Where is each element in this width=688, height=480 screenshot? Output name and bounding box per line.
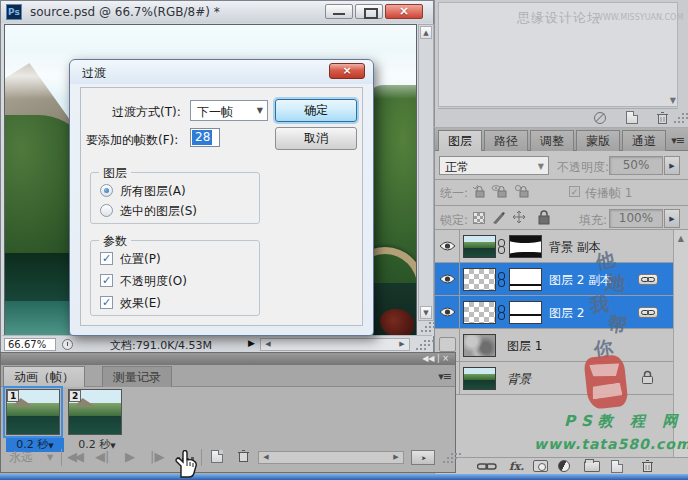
effects-checkbox[interactable]: ✓ xyxy=(100,296,113,309)
panel-menu-icon[interactable]: ▾≡ xyxy=(438,370,451,383)
eye-icon[interactable] xyxy=(439,306,456,318)
layer-mask-thumbnail[interactable] xyxy=(509,268,542,291)
fill-value-box[interactable]: 100% xyxy=(609,209,663,228)
scroll-down-button[interactable]: ▼ xyxy=(420,306,432,319)
animation-scrollbar[interactable]: ◀ ▶ xyxy=(258,451,404,464)
eye-icon[interactable] xyxy=(439,273,456,285)
panel-resize-grip[interactable] xyxy=(441,453,455,465)
minimize-button[interactable] xyxy=(325,4,353,19)
layer-thumbnail[interactable] xyxy=(463,268,496,291)
layer-thumbnail[interactable] xyxy=(463,334,496,357)
layer-thumbnail[interactable] xyxy=(463,235,496,258)
prohibit-icon[interactable] xyxy=(594,112,606,124)
play-button[interactable]: ▶ xyxy=(125,449,135,464)
mask-link-icon[interactable] xyxy=(497,238,506,255)
new-item-icon[interactable] xyxy=(626,111,638,124)
cancel-button[interactable]: 取消 xyxy=(275,127,357,150)
tab-layers[interactable]: 图层 xyxy=(438,130,482,151)
scroll-right-button[interactable]: ▶ xyxy=(390,452,402,463)
adjustment-layer-button[interactable] xyxy=(558,460,570,472)
layer-row-background[interactable]: 背景 xyxy=(435,362,673,395)
tab-masks[interactable]: 蒙版 xyxy=(576,130,620,151)
link-layers-button[interactable] xyxy=(477,462,497,471)
layer-row-layer1[interactable]: 图层 1 xyxy=(435,329,673,362)
layers-scrollbar[interactable] xyxy=(673,230,688,457)
maximize-button[interactable] xyxy=(355,4,383,19)
scroll-up-icon[interactable]: ▲ xyxy=(678,234,684,243)
layer-name[interactable]: 背景 副本 xyxy=(549,239,601,256)
opacity-label[interactable]: 不透明度(O) xyxy=(120,273,187,290)
mask-link-icon[interactable] xyxy=(497,304,506,321)
tab-animation-frames[interactable]: 动画（帧） xyxy=(3,366,85,387)
visibility-toggle[interactable] xyxy=(439,337,456,352)
status-menu-arrow[interactable]: ▶ xyxy=(248,338,255,348)
position-checkbox[interactable]: ✓ xyxy=(100,252,113,265)
lock-transparency-icon[interactable] xyxy=(473,212,485,224)
selected-layers-radio[interactable] xyxy=(100,204,113,217)
tab-channels[interactable]: 通道 xyxy=(622,130,666,151)
frames-to-add-input[interactable]: 28 xyxy=(190,128,220,147)
layer-row-bg-copy[interactable]: 背景 副本 xyxy=(435,230,673,263)
mask-link-icon[interactable] xyxy=(497,271,506,288)
layer-name[interactable]: 图层 1 xyxy=(507,338,542,355)
layer-name[interactable]: 图层 2 副本 xyxy=(549,272,612,289)
chevron-down-icon[interactable]: ▼ xyxy=(47,453,53,462)
first-frame-button[interactable]: ◀◀ xyxy=(67,449,81,464)
scroll-left-button[interactable]: ◀ xyxy=(260,452,272,463)
add-mask-button[interactable] xyxy=(533,460,548,472)
scroll-down-icon[interactable]: ▼ xyxy=(670,96,676,105)
blend-mode-dropdown[interactable]: 正常 ▼ xyxy=(439,156,549,175)
animation-frame-2[interactable]: 2 0.2 秒▼ xyxy=(68,389,126,452)
layer-mask-thumbnail[interactable] xyxy=(509,301,542,324)
scroll-right-button[interactable]: ▶ xyxy=(396,339,408,350)
opacity-value-box[interactable]: 50% xyxy=(609,156,663,175)
position-label[interactable]: 位置(P) xyxy=(120,251,161,268)
layer-row-layer2[interactable]: 图层 2 xyxy=(435,296,673,329)
tab-adjustments[interactable]: 调整 xyxy=(530,130,574,151)
next-frame-button[interactable]: |▶ xyxy=(150,449,164,464)
tween-with-dropdown[interactable]: 下一帧 ▼ xyxy=(190,100,268,121)
layer-name[interactable]: 背景 xyxy=(507,371,531,388)
scroll-up-button[interactable]: ▲ xyxy=(420,26,432,39)
opacity-checkbox[interactable]: ✓ xyxy=(100,274,113,287)
layer-mask-thumbnail[interactable] xyxy=(509,235,542,258)
tab-measurement-log[interactable]: 测量记录 xyxy=(102,366,172,387)
delete-frame-button[interactable] xyxy=(237,449,250,463)
animation-panel-header[interactable]: ◀◀ | × xyxy=(1,353,455,365)
new-frame-button[interactable] xyxy=(211,450,223,463)
tab-paths[interactable]: 路径 xyxy=(484,130,528,151)
ok-button[interactable]: 确定 xyxy=(275,99,357,122)
delete-layer-button[interactable] xyxy=(641,459,654,473)
dialog-close-button[interactable]: × xyxy=(329,63,365,79)
horizontal-scrollbar[interactable]: ◀ ▶ xyxy=(260,338,410,351)
unify-icons[interactable] xyxy=(473,184,533,199)
propagate-checkbox[interactable]: ✓ xyxy=(569,186,580,197)
panel-menu-icon[interactable]: ▾≡ xyxy=(671,134,684,147)
close-button[interactable]: × xyxy=(385,4,423,19)
lock-icons[interactable] xyxy=(491,210,555,226)
layer-style-button[interactable]: fx. xyxy=(509,460,524,473)
previous-frame-button[interactable]: ◀| xyxy=(95,449,109,464)
opacity-slider-arrow[interactable]: ▶ xyxy=(664,156,680,175)
layer-thumbnail[interactable] xyxy=(463,367,496,390)
document-titlebar[interactable]: Ps source.psd @ 66.7%(RGB/8#) * × xyxy=(1,1,433,23)
resize-corner[interactable] xyxy=(418,321,434,336)
fill-slider-arrow[interactable]: ▶ xyxy=(664,209,680,228)
selected-layers-label[interactable]: 选中的图层(S) xyxy=(120,203,197,220)
collapse-close-icons[interactable]: ◀◀ | × xyxy=(422,354,449,363)
scroll-left-button[interactable]: ◀ xyxy=(262,339,274,350)
convert-to-timeline-button[interactable]: :▸ xyxy=(411,450,435,465)
layer-thumbnail[interactable] xyxy=(463,301,496,324)
new-layer-button[interactable] xyxy=(611,460,623,473)
vertical-scrollbar[interactable]: ▲ ▼ xyxy=(418,24,434,321)
effects-label[interactable]: 效果(E) xyxy=(120,295,161,312)
all-layers-label[interactable]: 所有图层(A) xyxy=(120,183,186,200)
layer-row-layer2-copy[interactable]: 图层 2 副本 xyxy=(435,263,673,296)
layer-name[interactable]: 图层 2 xyxy=(549,305,584,322)
animation-frame-1[interactable]: 1 0.2 秒▼ xyxy=(6,389,64,452)
zoom-level-field[interactable]: 66.67% xyxy=(4,338,56,351)
loop-count-dropdown[interactable]: 永远 xyxy=(9,449,33,466)
trash-icon[interactable] xyxy=(656,111,669,125)
panel-resize-grip[interactable] xyxy=(672,113,686,125)
new-group-button[interactable] xyxy=(584,461,600,472)
